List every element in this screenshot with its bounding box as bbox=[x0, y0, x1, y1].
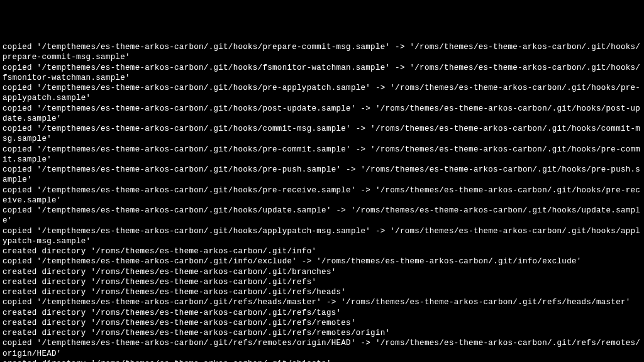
terminal-output: copied '/tempthemes/es-theme-arkos-carbo… bbox=[3, 42, 641, 362]
